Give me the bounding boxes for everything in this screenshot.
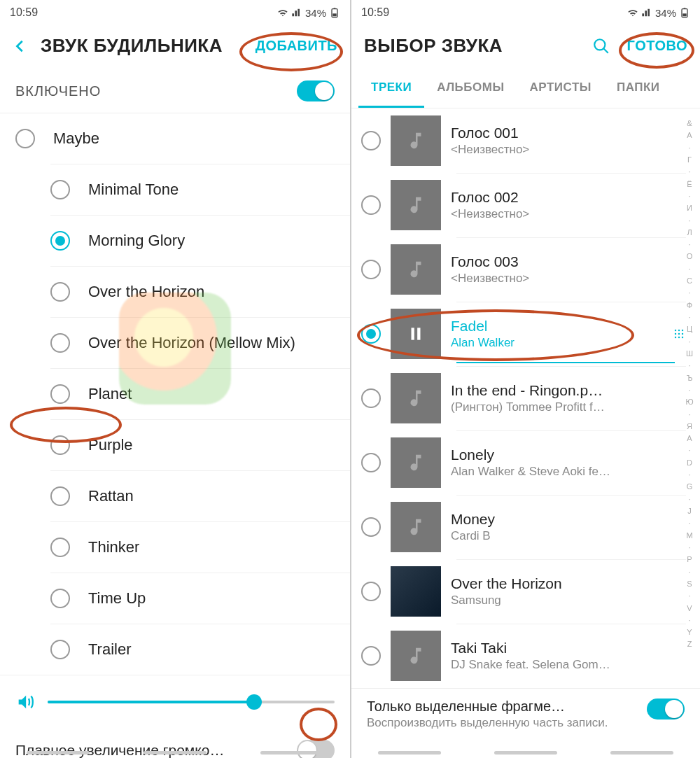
index-letter[interactable]: D [687,458,692,467]
radio-button[interactable] [50,589,70,608]
index-letter[interactable]: Ъ [687,374,693,382]
index-letter[interactable]: · [688,495,690,503]
radio-button[interactable] [361,582,381,601]
volume-slider[interactable] [48,701,335,703]
track-row[interactable]: Taki Taki DJ Snake feat. Selena Gom… [351,624,700,688]
index-letter[interactable]: О [687,252,693,260]
index-letter[interactable]: С [687,276,692,285]
radio-button[interactable] [361,453,381,472]
sound-option[interactable]: Morning Glory [50,215,350,266]
track-name: Голос 001 [451,125,690,141]
sound-option[interactable]: Planet [50,368,350,419]
sound-list[interactable]: Maybe Minimal Tone Morning Glory Over th… [0,113,350,675]
done-button[interactable]: ГОТОВО [627,38,687,54]
sound-option[interactable]: Maybe [0,113,350,164]
index-letter[interactable]: · [688,410,690,419]
radio-button[interactable] [50,538,70,557]
radio-button[interactable] [50,486,70,506]
radio-button[interactable] [50,435,70,455]
index-letter[interactable]: S [687,580,692,588]
index-letter[interactable]: Ц [687,325,692,333]
index-letter[interactable]: · [688,337,690,346]
index-letter[interactable]: & [687,119,692,127]
track-list[interactable]: Голос 001 <Неизвестно> Голос 002 <Неизве… [351,108,700,688]
index-letter[interactable]: · [688,470,690,479]
track-row[interactable]: Money Cardi B [351,495,700,559]
index-letter[interactable]: · [688,313,690,321]
sound-option[interactable]: Thinker [50,521,350,573]
index-letter[interactable]: Z [687,640,692,648]
index-letter[interactable]: · [688,361,690,370]
index-letter[interactable]: И [687,204,692,212]
index-scrubber[interactable]: &А·Г·Ё·И·Л·О·С·Ф·Ц·Ш·Ъ·Ю·ЯA·D·G·J·M·P·S·… [682,115,697,653]
index-letter[interactable]: · [688,167,690,176]
index-letter[interactable]: Ё [687,180,692,188]
index-letter[interactable]: · [688,143,690,152]
radio-button[interactable] [50,231,70,251]
index-letter[interactable]: Ф [687,301,692,309]
radio-button[interactable] [361,517,381,537]
track-row[interactable]: Голос 003 <Неизвестно> [351,237,700,302]
radio-button[interactable] [50,282,70,302]
index-letter[interactable]: M [686,531,692,540]
index-letter[interactable]: Ю [685,398,693,406]
tab[interactable]: АРТИСТЫ [517,69,604,108]
index-letter[interactable]: · [688,192,690,200]
track-row[interactable]: Голос 001 <Неизвестно> [351,108,700,173]
tab[interactable]: АЛЬБОМЫ [424,69,517,108]
fragment-toggle[interactable] [647,699,685,720]
index-letter[interactable]: Я [687,422,692,430]
track-row[interactable]: Голос 002 <Неизвестно> [351,173,700,237]
track-row[interactable]: Fadel Alan Walker [351,302,700,366]
index-letter[interactable]: V [687,604,692,612]
radio-button[interactable] [361,195,381,215]
index-letter[interactable]: · [688,265,690,273]
radio-button[interactable] [361,324,381,344]
sound-option[interactable]: Trailer [50,624,350,675]
track-row[interactable]: Lonely Alan Walker & Steve Aoki fe… [351,430,700,495]
radio-button[interactable] [361,131,381,150]
add-button[interactable]: ДОБАВИТЬ [255,38,337,54]
search-button[interactable] [592,37,610,55]
index-letter[interactable]: Г [687,155,692,164]
index-letter[interactable]: A [687,434,692,442]
radio-button[interactable] [50,384,70,404]
sound-option[interactable]: Rattan [50,470,350,521]
radio-button[interactable] [50,180,70,199]
radio-button[interactable] [361,646,381,666]
sound-option[interactable]: Over the Horizon (Mellow Mix) [50,317,350,368]
index-letter[interactable]: · [688,240,690,248]
index-letter[interactable]: J [687,507,692,515]
index-letter[interactable]: Ш [686,349,693,358]
sound-option[interactable]: Time Up [50,573,350,624]
sound-option[interactable]: Minimal Tone [50,164,350,215]
track-row[interactable]: Over the Horizon Samsung [351,559,700,624]
index-letter[interactable]: · [688,519,690,527]
index-letter[interactable]: · [688,543,690,552]
tab[interactable]: ПАПКИ [604,69,673,108]
radio-button[interactable] [361,260,381,279]
index-letter[interactable]: · [688,288,690,297]
index-letter[interactable]: · [688,386,690,394]
index-letter[interactable]: Л [687,228,692,237]
radio-button[interactable] [50,333,70,353]
radio-button[interactable] [15,129,35,148]
sound-option[interactable]: Over the Horizon [50,266,350,317]
track-name: Fadel [451,318,658,335]
index-letter[interactable]: · [688,616,690,624]
sound-option[interactable]: Purple [50,419,350,470]
index-letter[interactable]: · [688,591,690,600]
track-row[interactable]: In the end - Ringon.p… (Рингтон) Tommee … [351,366,700,430]
index-letter[interactable]: · [688,446,690,454]
index-letter[interactable]: G [687,482,693,491]
index-letter[interactable]: А [687,131,692,139]
radio-button[interactable] [361,388,381,408]
index-letter[interactable]: Y [687,628,692,636]
index-letter[interactable]: · [688,568,690,576]
enabled-toggle[interactable] [297,80,335,101]
back-button[interactable] [13,38,28,54]
index-letter[interactable]: P [687,555,692,563]
index-letter[interactable]: · [688,216,690,225]
radio-button[interactable] [50,640,70,659]
tab[interactable]: ТРЕКИ [358,69,424,108]
